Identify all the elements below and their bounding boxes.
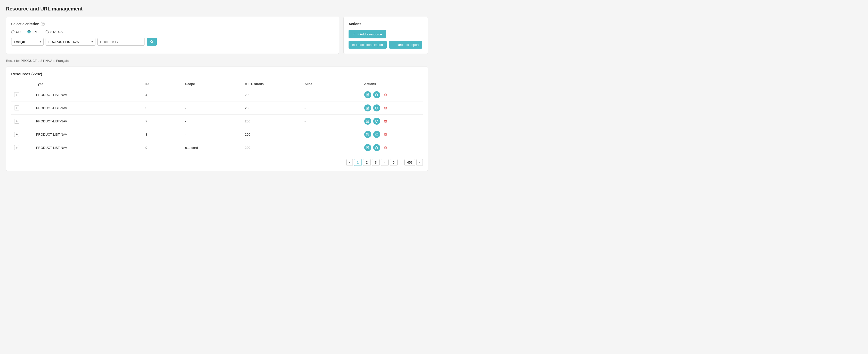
language-select[interactable]: Français English <box>11 38 43 46</box>
criteria-title: Select a criterion ? <box>11 22 334 26</box>
row-actions <box>361 115 423 128</box>
table-row: + PRODUCT-LIST-NAV 5 - 200 - <box>11 101 423 115</box>
delete-button[interactable] <box>382 118 389 125</box>
row-expand-cell: + <box>11 115 33 128</box>
row-type: PRODUCT-LIST-NAV <box>33 115 143 128</box>
page-button-4[interactable]: 4 <box>381 159 389 166</box>
row-http-status: 200 <box>242 101 302 115</box>
row-scope: - <box>182 115 242 128</box>
filter-row: Français English ▼ PRODUCT-LIST-NAV ▼ <box>11 38 334 46</box>
row-alias: - <box>302 115 361 128</box>
row-actions <box>361 101 423 115</box>
redirect-import-icon: ⊞ <box>393 43 395 47</box>
row-http-status: 200 <box>242 128 302 141</box>
refresh-button[interactable] <box>373 131 380 138</box>
page-button-1[interactable]: 1 <box>354 159 362 166</box>
table-row: + PRODUCT-LIST-NAV 7 - 200 - <box>11 115 423 128</box>
row-expand-cell: + <box>11 88 33 101</box>
expand-button[interactable]: + <box>14 92 19 97</box>
resources-section: Resources (2282) Type ID Scope HTTP stat… <box>6 66 428 171</box>
radio-status[interactable]: STATUS <box>45 30 63 34</box>
expand-button[interactable]: + <box>14 145 19 150</box>
col-header-actions: Actions <box>361 80 423 88</box>
refresh-button[interactable] <box>373 105 380 112</box>
pagination-ellipsis: ... <box>399 160 403 164</box>
delete-button[interactable] <box>382 105 389 112</box>
help-icon[interactable]: ? <box>41 22 45 26</box>
table-row: + PRODUCT-LIST-NAV 9 standard 200 - <box>11 141 423 154</box>
edit-button[interactable] <box>364 105 371 112</box>
search-button[interactable] <box>147 38 157 46</box>
prev-page-button[interactable]: ‹ <box>346 159 353 166</box>
import-buttons-row: ⊞ Resolutions import ⊞ Redirect import <box>348 41 423 49</box>
row-type: PRODUCT-LIST-NAV <box>33 88 143 101</box>
row-scope: - <box>182 128 242 141</box>
row-actions <box>361 128 423 141</box>
table-header-row: Type ID Scope HTTP status Alias Actions <box>11 80 423 88</box>
col-header-type: Type <box>33 80 143 88</box>
radio-group: URL TYPE STATUS <box>11 30 334 34</box>
edit-button[interactable] <box>364 118 371 125</box>
edit-button[interactable] <box>364 131 371 138</box>
add-resource-button[interactable]: ＋ + Add a resource <box>348 30 386 38</box>
row-http-status: 200 <box>242 141 302 154</box>
resources-table: Type ID Scope HTTP status Alias Actions … <box>11 80 423 154</box>
result-text: Result for PRODUCT-LIST-NAV in Français <box>6 59 428 63</box>
row-expand-cell: + <box>11 101 33 115</box>
radio-url[interactable]: URL <box>11 30 23 34</box>
col-header-scope: Scope <box>182 80 242 88</box>
table-row: + PRODUCT-LIST-NAV 4 - 200 - <box>11 88 423 101</box>
search-icon <box>150 40 154 43</box>
row-scope: - <box>182 101 242 115</box>
row-http-status: 200 <box>242 115 302 128</box>
row-scope: standard <box>182 141 242 154</box>
col-header-alias: Alias <box>302 80 361 88</box>
col-header-http-status: HTTP status <box>242 80 302 88</box>
page-button-3[interactable]: 3 <box>372 159 380 166</box>
type-select-wrapper: PRODUCT-LIST-NAV ▼ <box>45 38 95 46</box>
row-alias: - <box>302 88 361 101</box>
refresh-button[interactable] <box>373 91 380 98</box>
edit-button[interactable] <box>364 144 371 151</box>
row-alias: - <box>302 128 361 141</box>
resolutions-import-icon: ⊞ <box>352 43 355 47</box>
plus-icon: ＋ <box>352 32 356 36</box>
pagination: ‹ 1 2 3 4 5 ... 457 › <box>11 159 423 166</box>
edit-button[interactable] <box>364 91 371 98</box>
row-http-status: 200 <box>242 88 302 101</box>
criteria-panel: Select a criterion ? URL TYPE STATUS <box>6 17 339 54</box>
delete-button[interactable] <box>382 144 389 151</box>
row-type: PRODUCT-LIST-NAV <box>33 128 143 141</box>
row-id: 9 <box>143 141 182 154</box>
page-button-last[interactable]: 457 <box>404 159 415 166</box>
row-id: 7 <box>143 115 182 128</box>
col-header-id: ID <box>143 80 182 88</box>
radio-type[interactable]: TYPE <box>27 30 41 34</box>
expand-button[interactable]: + <box>14 119 19 124</box>
page-button-2[interactable]: 2 <box>363 159 371 166</box>
row-actions <box>361 88 423 101</box>
actions-panel: Actions ＋ + Add a resource ⊞ Resolutions… <box>343 17 428 54</box>
refresh-button[interactable] <box>373 144 380 151</box>
language-select-wrapper: Français English ▼ <box>11 38 43 46</box>
row-expand-cell: + <box>11 128 33 141</box>
row-alias: - <box>302 141 361 154</box>
actions-title: Actions <box>348 22 423 26</box>
next-page-button[interactable]: › <box>416 159 423 166</box>
resource-id-input[interactable] <box>97 38 145 46</box>
redirect-import-button[interactable]: ⊞ Redirect import <box>389 41 422 49</box>
resources-heading: Resources (2282) <box>11 72 423 76</box>
resolutions-import-button[interactable]: ⊞ Resolutions import <box>348 41 387 49</box>
delete-button[interactable] <box>382 91 389 98</box>
page-button-5[interactable]: 5 <box>390 159 398 166</box>
type-select[interactable]: PRODUCT-LIST-NAV <box>45 38 95 46</box>
row-alias: - <box>302 101 361 115</box>
row-scope: - <box>182 88 242 101</box>
page-title: Resource and URL management <box>6 6 428 12</box>
table-row: + PRODUCT-LIST-NAV 8 - 200 - <box>11 128 423 141</box>
refresh-button[interactable] <box>373 118 380 125</box>
actions-buttons: ＋ + Add a resource ⊞ Resolutions import … <box>348 30 423 49</box>
expand-button[interactable]: + <box>14 106 19 111</box>
delete-button[interactable] <box>382 131 389 138</box>
expand-button[interactable]: + <box>14 132 19 137</box>
